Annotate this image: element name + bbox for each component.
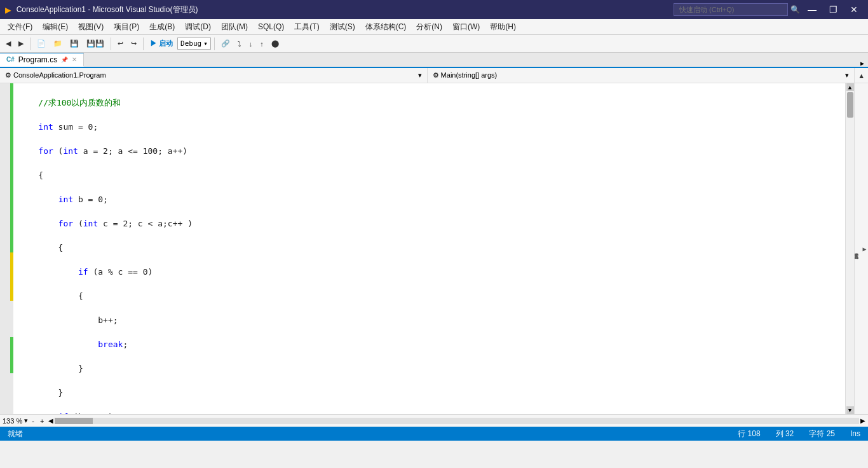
method-dropdown-label: ⚙ Main(string[] args) [433, 71, 498, 79]
save-button[interactable]: 💾 [67, 38, 82, 49]
tab-bar: C# Program.cs 📌 ✕ ▶ [0, 53, 868, 68]
scroll-up-button[interactable]: ▲ [846, 83, 854, 91]
editor-container: //求100以内质数的和 int sum = 0; for (int a = 2… [0, 83, 868, 414]
h-scroll-left-button[interactable]: ◀ [48, 417, 53, 424]
menu-bar: 文件(F) 编辑(E) 视图(V) 项目(P) 生成(B) 调试(D) 团队(M… [0, 19, 868, 35]
code-editor[interactable]: //求100以内质数的和 int sum = 0; for (int a = 2… [13, 83, 845, 414]
toolbar-separator-3 [143, 38, 144, 50]
minimize-button[interactable]: — [803, 4, 822, 15]
zoom-label: 133 % [3, 417, 22, 425]
breakpoint-button[interactable]: ⬤ [268, 38, 282, 49]
step-out-button[interactable]: ↑ [257, 39, 267, 49]
tab-pin-icon: 📌 [61, 57, 68, 63]
status-bar: 就绪 行 108 列 32 字符 25 Ins [0, 427, 868, 441]
vs-logo: ▶ [5, 4, 11, 16]
debug-dropdown[interactable]: Debug ▾ [177, 38, 211, 50]
toolbar-separator-1 [30, 38, 31, 50]
step-into-button[interactable]: ↓ [246, 39, 256, 49]
menu-window[interactable]: 窗口(W) [447, 20, 485, 34]
vertical-scrollbar[interactable]: ▲ ▼ [845, 83, 854, 414]
bottom-bar: 133 % ▾ - + ◀ ▶ [0, 414, 868, 427]
step-over-button[interactable]: ⤵ [234, 39, 245, 49]
bookmark-margin [4, 83, 10, 414]
toolbar-separator-4 [214, 38, 215, 50]
zoom-dropdown-arrow[interactable]: ▾ [24, 416, 28, 425]
menu-help[interactable]: 帮助(H) [485, 20, 521, 34]
forward-button[interactable]: ▶ [15, 38, 27, 49]
menu-build[interactable]: 生成(B) [144, 20, 180, 34]
menu-sql[interactable]: SQL(Q) [253, 21, 289, 32]
menu-project[interactable]: 项目(P) [109, 20, 144, 34]
menu-view[interactable]: 视图(V) [73, 20, 109, 34]
menu-file[interactable]: 文件(F) [3, 20, 37, 34]
status-col[interactable]: 列 32 [773, 429, 797, 439]
scroll-track[interactable] [846, 91, 854, 406]
menu-tools[interactable]: 工具(T) [289, 20, 324, 34]
zoom-minus-button[interactable]: - [30, 417, 36, 425]
status-right: 行 108 列 32 字符 25 Ins [735, 429, 863, 439]
method-dropdown[interactable]: ⚙ Main(string[] args) ▾ [428, 68, 855, 83]
menu-edit[interactable]: 编辑(E) [37, 20, 73, 34]
scroll-thumb[interactable] [847, 92, 853, 118]
code-wrapper: //求100以内质数的和 int sum = 0; for (int a = 2… [13, 83, 854, 414]
tab-scroll-right[interactable]: ▶ [857, 60, 868, 67]
h-scroll-thumb[interactable] [55, 418, 93, 424]
method-dropdown-arrow: ▾ [845, 71, 849, 79]
status-ins[interactable]: Ins [848, 429, 863, 438]
back-button[interactable]: ◀ [3, 38, 14, 49]
menu-architecture[interactable]: 体系结构(C) [360, 20, 412, 34]
maximize-button[interactable]: ❐ [824, 4, 843, 15]
h-scroll-right-button[interactable]: ▶ [860, 417, 865, 424]
debug-dropdown-arrow: ▾ [203, 39, 208, 48]
tab-close-button[interactable]: ✕ [72, 56, 77, 63]
search-icon: 🔍 [790, 5, 800, 14]
zoom-plus-button[interactable]: + [38, 417, 46, 425]
toolbar-separator-2 [111, 38, 111, 50]
tab-label: Program.cs [18, 55, 57, 64]
status-ready[interactable]: 就绪 [5, 429, 25, 439]
right-panel-expand[interactable]: ▶ [861, 245, 868, 252]
zoom-control: 133 % ▾ - + [3, 416, 46, 425]
menu-analyze[interactable]: 分析(N) [411, 20, 447, 34]
right-panel: ▶ 渐进式调试器 团队资源管理器 [854, 83, 868, 414]
tab-program-cs[interactable]: C# Program.cs 📌 ✕ [0, 53, 84, 67]
status-left: 就绪 [5, 429, 25, 439]
title-text: ConsoleApplication1 - Microsoft Visual S… [17, 4, 198, 15]
title-bar: ▶ ConsoleApplication1 - Microsoft Visual… [0, 0, 868, 19]
toolbar: ◀ ▶ 📄 📁 💾 💾💾 ↩ ↪ ▶ 启动 Debug ▾ 🔗 ⤵ ↓ ↑ ⬤ [0, 35, 868, 53]
menu-debug[interactable]: 调试(D) [180, 20, 216, 34]
redo-button[interactable]: ↪ [128, 38, 140, 49]
start-button[interactable]: ▶ 启动 [147, 38, 176, 50]
save-all-button[interactable]: 💾💾 [83, 38, 107, 49]
close-button[interactable]: ✕ [845, 4, 863, 15]
nav-scroll-up[interactable]: ▲ [855, 71, 868, 81]
undo-button[interactable]: ↩ [114, 38, 126, 49]
debug-label: Debug [180, 39, 201, 48]
tab-icon: C# [6, 56, 15, 63]
title-right: 🔍 — ❐ ✕ [674, 3, 863, 16]
menu-team[interactable]: 团队(M) [216, 20, 253, 34]
horizontal-scrollbar[interactable] [55, 418, 859, 424]
class-dropdown-label: ⚙ ConsoleApplication1.Program [5, 71, 106, 79]
class-dropdown[interactable]: ⚙ ConsoleApplication1.Program ▾ [0, 68, 428, 83]
status-row[interactable]: 行 108 [735, 429, 763, 439]
new-file-button[interactable]: 📄 [34, 38, 49, 49]
scroll-down-button[interactable]: ▼ [846, 406, 854, 414]
title-left: ▶ ConsoleApplication1 - Microsoft Visual… [5, 4, 198, 16]
open-button[interactable]: 📁 [50, 38, 65, 49]
status-char[interactable]: 字符 25 [806, 429, 837, 439]
class-dropdown-arrow: ▾ [418, 71, 422, 79]
quick-launch-input[interactable] [674, 3, 788, 16]
nav-bar: ⚙ ConsoleApplication1.Program ▾ ⚙ Main(s… [0, 68, 868, 83]
attach-button[interactable]: 🔗 [218, 38, 233, 49]
menu-test[interactable]: 测试(S) [325, 20, 360, 34]
